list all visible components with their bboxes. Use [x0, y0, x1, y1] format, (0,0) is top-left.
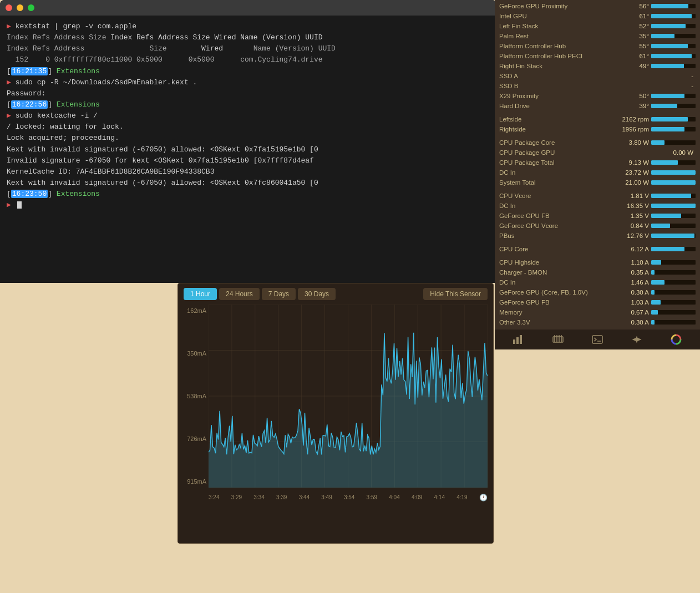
stat-row: GeForce GPU (Core, FB, 1.0V)0.30 A: [495, 287, 700, 297]
hide-sensor-button[interactable]: Hide This Sensor: [423, 288, 488, 300]
memory-toolbar-icon[interactable]: [550, 333, 566, 346]
stat-bar-container: [651, 160, 696, 165]
stat-label: System Total: [499, 179, 618, 186]
timestamp-3: 16:23:50: [11, 190, 48, 198]
24-hours-button[interactable]: 24 Hours: [219, 288, 260, 300]
maximize-button[interactable]: [28, 4, 34, 11]
stat-label: Palm Rest: [499, 33, 618, 39]
30-days-button[interactable]: 30 Days: [298, 288, 336, 300]
stat-row: GeForce GPU FB1.35 V: [495, 211, 700, 221]
y-label-1: 162mA: [184, 307, 209, 314]
minimize-button[interactable]: [17, 4, 23, 11]
chart-toolbar-icon[interactable]: [511, 333, 526, 346]
stat-label: CPU Core: [499, 246, 618, 252]
y-label-2: 350mA: [184, 350, 209, 357]
stat-bar-container: [651, 194, 696, 198]
stat-label: Memory: [499, 309, 618, 316]
x-label-7: 3:54: [344, 494, 354, 500]
stat-bar-container: [651, 94, 696, 98]
chart-x-labels: 3:24 3:29 3:34 3:39 3:44 3:49 3:54 3:59 …: [209, 490, 488, 504]
stat-bar-container: [651, 224, 696, 228]
stat-bar-container: [651, 170, 696, 175]
stat-value: -: [662, 83, 696, 89]
stat-value: 1.10 A: [618, 259, 651, 266]
terminal-line-9: / locked; waiting for lock.: [7, 121, 490, 133]
stat-bar: [651, 310, 658, 315]
close-button[interactable]: [6, 4, 12, 11]
stat-bar-container: [651, 270, 696, 275]
cmd-1: kextstat | grep -v com.apple: [16, 22, 136, 31]
stat-label: CPU Highside: [499, 259, 618, 266]
stat-row: DC In16.35 V: [495, 201, 700, 211]
stat-bar: [651, 104, 677, 108]
x-label-10: 4:09: [412, 494, 422, 500]
stat-label: Charger - BMON: [499, 269, 618, 276]
stat-row: SSD A-: [495, 71, 700, 81]
chart-controls: 1 Hour 24 Hours 7 Days 30 Days Hide This…: [178, 283, 493, 305]
stat-label: DC In: [499, 202, 618, 209]
y-label-3: 538mA: [184, 393, 209, 399]
stat-bar-container: [651, 44, 696, 48]
stats-panel: GeForce GPU Proximity56°Intel GPU61°Left…: [495, 0, 700, 349]
stat-bar-container: [651, 104, 696, 108]
stat-label: Intel GPU: [499, 13, 618, 19]
x-label-1: 3:24: [209, 494, 219, 500]
stat-value: 52°: [618, 23, 651, 29]
stat-label: CPU Package GPU: [499, 149, 662, 156]
stat-bar: [651, 117, 688, 121]
stat-value: 1.81 V: [618, 192, 651, 199]
chart-svg: [209, 305, 488, 488]
stat-row: CPU Vcore1.81 V: [495, 191, 700, 201]
stat-bar-container: [651, 117, 696, 121]
stat-bar-container: [651, 320, 696, 325]
x-label-9: 4:04: [389, 494, 399, 500]
fan-toolbar-icon[interactable]: [629, 333, 645, 346]
stat-value: 61°: [618, 53, 651, 59]
stat-label: Left Fin Stack: [499, 23, 618, 29]
stat-bar: [651, 4, 688, 8]
stat-row: X29 Proximity50°: [495, 91, 700, 101]
stat-row: GeForce GPU FB1.03 A: [495, 297, 700, 307]
stat-value: 2162 rpm: [618, 116, 651, 123]
svg-rect-1: [516, 337, 519, 344]
stat-value: 0.30 A: [618, 289, 651, 296]
stat-label: DC In: [499, 169, 618, 176]
terminal-toolbar-icon[interactable]: [590, 333, 605, 346]
stat-bar: [651, 94, 684, 98]
x-label-2: 3:29: [231, 494, 242, 500]
stat-label: DC In: [499, 279, 618, 286]
cursor: [17, 201, 22, 209]
stat-bar-container: [651, 64, 696, 68]
svg-rect-2: [520, 335, 522, 344]
stat-row: Leftside2162 rpm: [495, 114, 700, 124]
7-days-button[interactable]: 7 Days: [262, 288, 296, 300]
terminal-line-10: Lock acquired; proceeding.: [7, 133, 490, 144]
stat-row: Charger - BMON0.35 A: [495, 267, 700, 277]
stat-row: CPU Core6.12 A: [495, 244, 700, 254]
stat-row: SSD B-: [495, 81, 700, 91]
stat-bar: [651, 170, 696, 175]
svg-marker-17: [633, 338, 636, 341]
stat-label: PBus: [499, 232, 618, 239]
stat-bar-container: [651, 214, 696, 218]
stat-bar-container: [651, 4, 696, 8]
stat-bar: [651, 24, 686, 28]
stat-bar: [651, 214, 681, 218]
ext-label-3: Extensions: [57, 190, 100, 198]
stat-bar: [651, 234, 694, 238]
chart-y-labels: 915mA 726mA 538mA 350mA 162mA: [184, 305, 209, 488]
x-label-8: 3:59: [367, 494, 377, 500]
stat-value: 3.80 W: [618, 139, 651, 146]
stat-value: 39°: [618, 103, 651, 109]
terminal-line-15: [16:23:50] Extensions: [7, 189, 490, 200]
stat-value: 61°: [618, 13, 651, 19]
stat-bar-container: [651, 34, 696, 38]
x-label-clock: 🕐: [479, 494, 488, 501]
wired-label: Index Refs Address Size Wired Name (Vers…: [110, 33, 322, 42]
stat-bar: [651, 204, 696, 208]
stat-value: 0.67 A: [618, 309, 651, 316]
1-hour-button[interactable]: 1 Hour: [184, 288, 217, 300]
color-toolbar-icon[interactable]: [668, 333, 684, 346]
x-label-6: 3:49: [321, 494, 332, 500]
terminal-line-2: Index Refs Address Size Index Refs Addre…: [7, 32, 490, 43]
